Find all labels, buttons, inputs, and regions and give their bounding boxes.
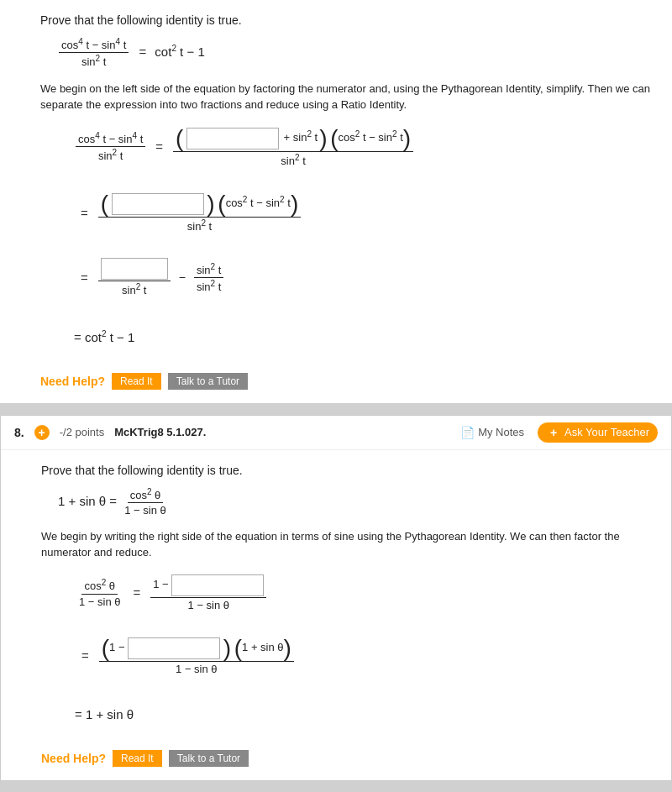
prove-statement-8: Prove that the following identity is tru… (41, 464, 651, 477)
points-label-8: -/2 points (60, 426, 104, 438)
problem-8-card: 8. + -/2 points McKTrig8 5.1.027. 📄 My N… (0, 415, 672, 781)
my-notes-button-8[interactable]: 📄 My Notes (460, 426, 524, 439)
input-8-2[interactable] (128, 637, 220, 659)
need-help-label-8: Need Help? (41, 752, 106, 765)
read-it-button-8[interactable]: Read It (113, 750, 162, 767)
prove-statement-7: Prove that the following identity is tru… (40, 13, 652, 27)
need-help-8: Need Help? Read It Talk to a Tutor (41, 743, 651, 770)
read-it-button-7[interactable]: Read It (112, 373, 161, 390)
talk-tutor-button-8[interactable]: Talk to a Tutor (169, 750, 249, 767)
final-step-8: = 1 + sin θ (75, 707, 651, 721)
ask-plus-icon: + (546, 425, 561, 440)
page-wrapper: Prove that the following identity is tru… (0, 0, 672, 792)
plus-icon-8[interactable]: + (34, 425, 50, 440)
explanation-7: We begin on the left side of the equatio… (40, 81, 652, 113)
final-step-7: = cot2 t − 1 (74, 329, 652, 344)
talk-tutor-button-7[interactable]: Talk to a Tutor (168, 373, 248, 390)
input-7-2[interactable] (112, 193, 204, 215)
explanation-8: We begin by writing the right side of th… (41, 528, 651, 561)
need-help-label-7: Need Help? (40, 375, 105, 388)
my-notes-label-8: My Notes (478, 426, 524, 438)
problem-8-header: 8. + -/2 points McKTrig8 5.1.027. 📄 My N… (1, 416, 671, 450)
math-steps-7: cos4 t − sin4 t sin2 t = ( + sin2 t) (co… (74, 127, 652, 358)
problem-8-body: Prove that the following identity is tru… (1, 450, 671, 780)
problem-7-card: Prove that the following identity is tru… (0, 0, 672, 403)
ask-teacher-button-8[interactable]: + Ask Your Teacher (538, 422, 658, 443)
step-8-1: cos2 θ 1 − sin θ = 1 − 1 − sin θ (75, 574, 651, 611)
equals-1: = (139, 45, 146, 59)
math-steps-8: cos2 θ 1 − sin θ = 1 − 1 − sin θ = (75, 574, 651, 735)
step-7-3: = sin2 t − sin2 t sin2 t (74, 258, 652, 296)
input-8-1[interactable] (171, 574, 264, 596)
header-actions-8: 📄 My Notes + Ask Your Teacher (460, 422, 658, 443)
divider (0, 403, 672, 415)
need-help-7: Need Help? Read It Talk to a Tutor (40, 366, 652, 393)
input-7-3[interactable] (101, 258, 168, 280)
identity-7: cos4 t − sin4 t sin2 t = cot2 t − 1 (57, 37, 652, 69)
notes-icon-8: 📄 (460, 426, 475, 439)
identity-lhs: cos4 t − sin4 t sin2 t = cot2 t − 1 (57, 45, 205, 59)
identity-8: 1 + sin θ = cos2 θ 1 − sin θ (58, 487, 651, 517)
problem-id-8: McKTrig8 5.1.027. (114, 426, 450, 438)
step-8-2: = (1 − ) (1 + sin θ) 1 − sin θ (75, 637, 651, 675)
step-7-2: = ( ) (cos2 t − sin2 t) sin2 t (74, 192, 652, 233)
problem-number-8: 8. (14, 426, 24, 439)
step-7-1: cos4 t − sin4 t sin2 t = ( + sin2 t) (co… (74, 127, 652, 167)
input-7-1a[interactable] (186, 128, 279, 149)
ask-teacher-label-8: Ask Your Teacher (564, 426, 649, 438)
